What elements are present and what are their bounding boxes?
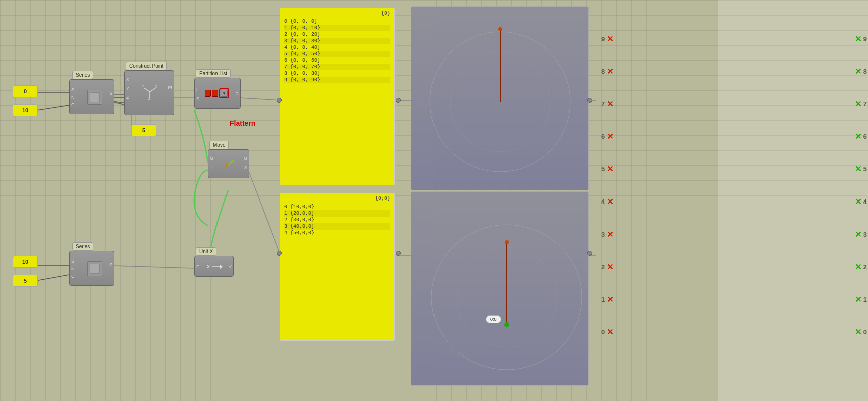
- green-x-6[interactable]: ✕: [855, 132, 861, 141]
- num-7-right: 7: [863, 100, 867, 108]
- port-vp-top-right: [587, 98, 592, 103]
- data-brow-3: 3 {40,0,0}: [284, 223, 390, 230]
- input-cp-v1[interactable]: 5: [131, 124, 156, 136]
- svg-line-1: [144, 88, 150, 92]
- series-label-1: Series: [72, 71, 93, 79]
- right-row-6: 6 ✕ ✕ 6: [601, 132, 867, 141]
- construct-point-label: Construct Point: [126, 62, 167, 70]
- num-2-left: 2: [601, 263, 605, 271]
- num-7-left: 7: [601, 100, 605, 108]
- red-x-0[interactable]: ✕: [607, 327, 613, 337]
- right-row-7: 7 ✕ ✕ 7: [601, 99, 867, 109]
- right-row-3: 3 ✕ ✕ 3: [601, 230, 867, 239]
- partition-buttons[interactable]: ▼: [205, 88, 229, 98]
- data-row-8: 8 {0, 0, 80}: [284, 70, 390, 77]
- num-8-left: 8: [601, 68, 605, 75]
- btn-down[interactable]: ▼: [221, 90, 228, 97]
- green-x-8[interactable]: ✕: [855, 67, 861, 76]
- num-9-left: 9: [601, 35, 605, 43]
- series-node-2: Series S N C S: [69, 251, 114, 286]
- num-1-right: 1: [863, 296, 867, 303]
- data-brow-1: 1 {20,0,0}: [284, 210, 390, 217]
- input-s1-v1[interactable]: 0: [13, 85, 38, 97]
- data-row-1: 1 {0, 0, 10}: [284, 25, 390, 31]
- data-brow-2: 2 {30,0,0}: [284, 217, 390, 223]
- data-panel-top-rows: 0 {0, 0, 0} 1 {0, 0, 10} 2 {0, 0, 20} 3 …: [284, 18, 390, 83]
- btn-outline: ▼: [219, 88, 229, 98]
- unit-x-label: Unit X: [196, 247, 216, 256]
- right-row-9: 9 ✕ ✕ 9: [601, 34, 867, 44]
- data-row-4: 4 {0, 0, 40}: [284, 44, 390, 51]
- series-label-2: Series: [72, 242, 93, 251]
- data-brow-4: 4 {50,0,0}: [284, 230, 390, 236]
- red-x-6[interactable]: ✕: [607, 132, 613, 141]
- num-4-left: 4: [601, 198, 605, 206]
- num-6-right: 6: [863, 133, 867, 140]
- green-x-2[interactable]: ✕: [855, 262, 861, 272]
- num-4-right: 4: [863, 198, 867, 206]
- partition-list-label: Partition List: [196, 69, 231, 78]
- red-x-3[interactable]: ✕: [607, 230, 613, 239]
- tooltip-bubble: 0:0: [486, 315, 501, 323]
- data-row-9: 9 {0, 0, 90}: [284, 77, 390, 83]
- data-panel-top: {0} 0 {0, 0, 0} 1 {0, 0, 10} 2 {0, 0, 20…: [280, 8, 395, 185]
- svg-marker-8: [231, 159, 235, 162]
- red-x-9[interactable]: ✕: [607, 34, 613, 44]
- port-panel-bottom-left: [277, 251, 282, 256]
- data-row-0: 0 {0, 0, 0}: [284, 18, 390, 25]
- green-x-9[interactable]: ✕: [855, 34, 861, 44]
- svg-point-20: [504, 322, 509, 327]
- green-x-3[interactable]: ✕: [855, 230, 861, 239]
- svg-text:Y: Y: [142, 85, 144, 88]
- svg-marker-11: [220, 265, 223, 269]
- right-row-5: 5 ✕ ✕ 5: [601, 164, 867, 174]
- red-x-5[interactable]: ✕: [607, 164, 613, 174]
- input-s2-v2[interactable]: 5: [13, 275, 38, 287]
- red-x-4[interactable]: ✕: [607, 197, 613, 207]
- right-row-8: 8 ✕ ✕ 8: [601, 67, 867, 76]
- red-x-8[interactable]: ✕: [607, 67, 613, 76]
- green-x-4[interactable]: ✕: [855, 197, 861, 207]
- svg-point-19: [505, 240, 509, 244]
- red-x-7[interactable]: ✕: [607, 99, 613, 109]
- data-panel-bottom-header: {0;0}: [284, 196, 390, 202]
- data-panel-bottom: {0;0} 0 {10,0,0} 1 {20,0,0} 2 {30,0,0} 3…: [280, 193, 395, 341]
- move-node: Move G T G X: [208, 149, 249, 178]
- move-label: Move: [209, 141, 229, 149]
- data-brow-0: 0 {10,0,0}: [284, 204, 390, 210]
- data-row-7: 7 {0, 0, 70}: [284, 64, 390, 70]
- num-0-right: 0: [863, 328, 867, 336]
- green-x-0[interactable]: ✕: [855, 327, 861, 337]
- unit-x-node: Unit X F V X: [194, 256, 234, 277]
- svg-text:Z: Z: [148, 97, 151, 100]
- btn-red-2[interactable]: [212, 90, 218, 97]
- flattern-label: Flattern: [230, 119, 255, 127]
- right-row-2: 2 ✕ ✕ 2: [601, 262, 867, 272]
- port-vp-bottom-right: [587, 251, 592, 256]
- green-x-5[interactable]: ✕: [855, 164, 861, 174]
- num-5-left: 5: [601, 165, 605, 173]
- viewport-top: [411, 6, 589, 190]
- data-panel-bottom-rows: 0 {10,0,0} 1 {20,0,0} 2 {30,0,0} 3 {40,0…: [284, 204, 390, 236]
- input-s2-v1[interactable]: 10: [13, 256, 38, 268]
- construct-point-node: Construct Point X Y Z Pt X Y Z: [124, 70, 174, 115]
- svg-point-6: [225, 164, 228, 167]
- num-5-right: 5: [863, 165, 867, 173]
- green-x-7[interactable]: ✕: [855, 99, 861, 109]
- input-s1-v2[interactable]: 10: [13, 104, 38, 116]
- data-row-6: 6 {0, 0, 60}: [284, 57, 390, 64]
- green-x-1[interactable]: ✕: [855, 295, 861, 304]
- num-2-right: 2: [863, 263, 867, 271]
- btn-red-1[interactable]: [205, 90, 211, 97]
- viewport-bottom: 0:0: [411, 191, 589, 386]
- partition-list-node: Partition List L S C ▼: [194, 78, 241, 109]
- data-row-5: 5 {0, 0, 50}: [284, 51, 390, 57]
- red-x-2[interactable]: ✕: [607, 262, 613, 272]
- num-3-right: 3: [863, 231, 867, 238]
- right-row-4: 4 ✕ ✕ 4: [601, 197, 867, 207]
- red-x-1[interactable]: ✕: [607, 295, 613, 304]
- right-row-0: 0 ✕ ✕ 0: [601, 327, 867, 337]
- svg-point-15: [498, 27, 502, 31]
- port-panel-top-left: [277, 98, 282, 103]
- port-panel-bottom-right: [396, 251, 401, 256]
